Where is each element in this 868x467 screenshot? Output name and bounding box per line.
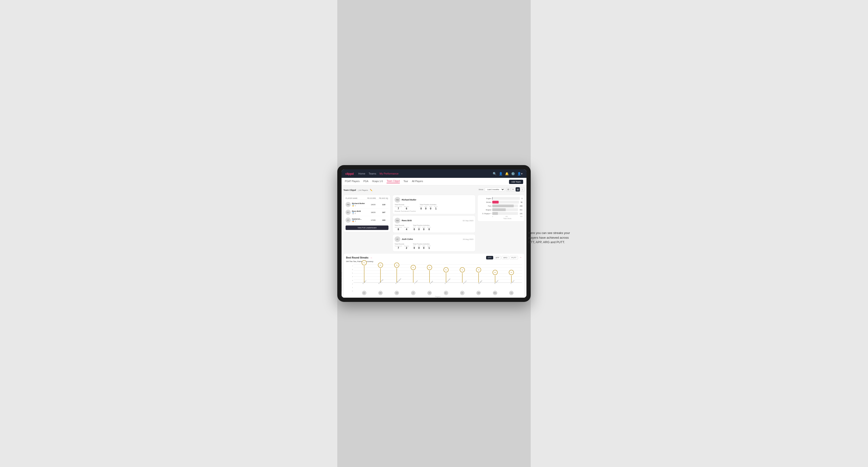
streak-bubble: 5x (427, 265, 432, 270)
subnav-pgat[interactable]: PGAT Players (345, 180, 360, 183)
bar-label: Bogeys (479, 209, 491, 211)
rank-badge-2: 🥈 2 (352, 212, 361, 214)
player-name-labels: E. EbertB. McHargD. BillinghamJ. ColesR.… (353, 283, 522, 290)
view-toggle: ⊞ ≡ ▤ ↕ (506, 187, 525, 191)
card-avatar-3: JC (395, 236, 400, 242)
bar-track (492, 201, 519, 204)
y-axis-label: Best Streak, Fairway Accuracy (342, 272, 342, 291)
player-info-3: JC Cameron... 🥉 3 (346, 217, 367, 223)
nav-teams[interactable]: Teams (369, 172, 376, 175)
total-rounds-group-1: Total Rounds Tournament 7 Practice (395, 204, 416, 212)
streak-line (478, 273, 479, 283)
view-full-leaderboard-button[interactable]: View Full Leaderboard (346, 225, 389, 230)
streak-bubble: 4x (443, 267, 448, 272)
subnav-hcaps[interactable]: Hcaps 1-5 (372, 180, 383, 183)
rank-num-3: 3 (355, 220, 356, 222)
bar-chart: Eagles3Birdies96Pars499Bogeys311D. Bogey… (479, 197, 522, 215)
streak-line (397, 268, 397, 283)
rounds-sub-2: Tournament 8 Practice 4 (395, 227, 409, 231)
player-avatar: EC (444, 291, 448, 295)
round-types-label: Rounds Tournament Practice (395, 210, 416, 212)
col-pb-avg: PB AVG SQ (379, 197, 389, 199)
streak-bubble: 5x (411, 265, 416, 270)
rounds-sub-3: Tournament 7 Practice 2 (395, 245, 409, 249)
streak-column: 7x (362, 260, 367, 283)
grid-view-button[interactable]: ⊞ (506, 187, 510, 191)
profile-icon[interactable]: 👤▾ (517, 172, 523, 176)
period-select[interactable]: Last 3 months (485, 187, 505, 191)
subnav-all-players[interactable]: All Players (412, 180, 423, 183)
team-count: | 14 Players (358, 189, 368, 191)
total-rounds-label-2: Total Rounds (395, 224, 409, 226)
card-header-1: RB Richard Butler (395, 197, 473, 203)
player-avatar: DB (395, 291, 399, 295)
pb-avg-3: 103 (379, 219, 389, 221)
bar-fill (492, 208, 506, 211)
card-avatar-1: RB (395, 197, 400, 203)
ott-item-1: OTT 0 (420, 206, 423, 210)
card-avatar-2: RB (395, 218, 400, 223)
card-date-2: 02 Sep 2023 (463, 220, 473, 222)
edit-team-icon[interactable]: ✏️ (370, 189, 372, 191)
bar-row: Pars499 (479, 205, 522, 207)
card-stats-2: Total Rounds Tournament 8 Practice (395, 224, 473, 231)
streak-column: 5x (427, 265, 432, 283)
bar-track (492, 208, 518, 211)
app-item-2: APP 0 (417, 227, 420, 231)
putt-button[interactable]: PUTT (510, 256, 518, 259)
bell-icon[interactable]: 🔔 (505, 172, 509, 176)
table-row: EC Rees Britt 🥈 2 18/2 (346, 209, 389, 216)
nav-my-performance[interactable]: My Performance (379, 172, 399, 175)
streak-bubble: 4x (476, 267, 481, 272)
card-name-2: Rees Britt (402, 219, 412, 222)
avatar-1: RB (346, 202, 351, 207)
ott-button[interactable]: OTT (486, 256, 493, 259)
subnav-pga[interactable]: PGA (363, 180, 368, 183)
rank-badge-3: 🥉 3 (352, 220, 362, 222)
player-name-rank-1: Richard Butler 🥇 1 (352, 203, 365, 207)
show-controls: Show Last 3 months ⊞ ≡ ▤ ↕ (478, 187, 525, 191)
card-view-button[interactable]: ▤ (516, 187, 520, 191)
streak-column: 5x (411, 265, 416, 283)
add-team-button[interactable]: Add Team (509, 180, 523, 184)
player-avatar: RBu (493, 291, 497, 295)
nav-home[interactable]: Home (358, 172, 365, 175)
arg-item-1: ARG 0 (429, 206, 432, 210)
tournament-val-2: 8 (398, 228, 399, 231)
navbar: clippd Home Teams My Performance 🔍 👤 🔔 ⚙… (342, 169, 526, 178)
subnav: PGAT Players PGA Hcaps 1-5 Team Clippd T… (342, 178, 526, 185)
search-icon[interactable]: 🔍 (493, 172, 497, 176)
table-view-button[interactable]: ↕ (520, 187, 525, 191)
bar-label: Eagles (479, 198, 491, 199)
practice-val-2: 4 (406, 228, 407, 231)
avatar-2: EC (346, 210, 351, 215)
show-label: Show (478, 188, 483, 191)
streaks-title: Best Round Streaks ← (346, 256, 373, 259)
streaks-arrow-icon: ← (370, 256, 373, 259)
user-icon[interactable]: 👤 (499, 172, 503, 176)
arg-button[interactable]: ARG (502, 256, 509, 259)
streak-line (364, 266, 365, 283)
list-view-button[interactable]: ≡ (511, 187, 515, 191)
streak-line (462, 273, 463, 283)
card-player-2: RB Rees Britt (395, 218, 412, 223)
card-player-1: RB Richard Butler (395, 197, 416, 203)
subnav-team-clippd[interactable]: Team Clippd (386, 180, 400, 183)
streaks-subtitle: Off The Tee, Fairway Accuracy (346, 260, 522, 262)
bar-row: Eagles3 (479, 197, 522, 200)
main-content: Team Clippd | 14 Players ✏️ Show Last 3 … (342, 185, 526, 298)
bar-label: D. Bogeys + (479, 213, 491, 214)
bar-value: 96 (521, 201, 522, 203)
settings-icon[interactable]: ⚙️ (511, 172, 515, 176)
card-name-3: Josh Coles (402, 238, 413, 240)
subnav-tour[interactable]: Tour (404, 180, 408, 183)
app-button[interactable]: APP (494, 256, 501, 259)
practice-activities-group-3: Total Practice Activities OTT 0 APP (413, 243, 431, 249)
practice-activities-group-2: Total Practice Activities OTT 0 APP (413, 224, 431, 231)
table-row: JC Cameron... 🥉 3 17/2 (346, 216, 389, 224)
bar-value: 499 (520, 205, 522, 207)
player-name-2: Rees Britt (352, 210, 361, 212)
rank-icon-3: 🥉 (352, 220, 354, 222)
player-avatar: DF (460, 291, 464, 295)
streak-bubble: 7x (362, 260, 367, 266)
